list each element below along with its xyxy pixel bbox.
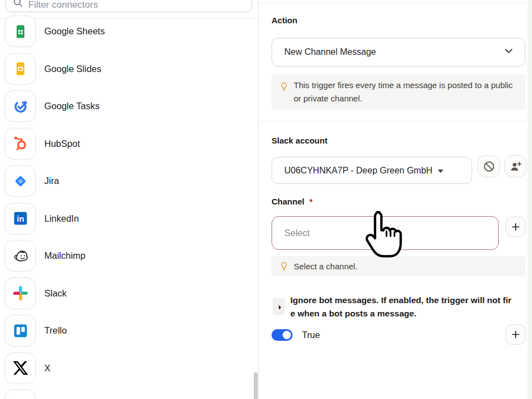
slack-account-value: U06CYHNKA7P - Deep Green GmbH [284,166,432,176]
slack-account-label: Slack account [272,136,328,145]
chevron-down-icon [504,46,514,58]
connector-row-linkedin[interactable]: in LinkedIn [0,200,259,238]
connector-label: Jira [44,176,59,186]
ignore-bot-line2: e when a bot posts a message. [290,307,511,320]
channel-label: Channel [272,197,304,206]
caret-down-icon [438,170,443,173]
required-marker: * [309,197,313,206]
lightbulb-icon [280,82,288,95]
channel-label-row: Channel * [272,197,313,206]
google-slides-icon [4,53,36,85]
svg-text:in: in [17,214,24,223]
ignore-bot-line1: Ignore bot messages. If enabled, the tri… [290,294,511,307]
toggle-value-label: True [302,329,320,341]
action-label: Action [272,16,298,25]
hubspot-icon [4,128,36,160]
panel-top-divider [259,3,527,3]
x-icon [4,352,36,384]
boolean-contrast-icon: ◑ [273,298,285,315]
action-tip: This trigger fires every time a message … [272,74,525,110]
action-tip-text: This trigger fires every time a message … [294,80,513,103]
connector-row-jira[interactable]: Jira [0,162,259,200]
connector-row-hubspot[interactable]: HubSpot [0,125,259,163]
connector-row-partial[interactable] [0,387,259,399]
person-plus-icon [509,160,522,173]
channel-tip: Select a channel. [272,256,525,277]
action-select[interactable]: New Channel Message [272,38,525,66]
filter-connectors-input[interactable]: Filter connectors [6,0,252,12]
lightbulb-icon [280,262,288,274]
channel-placeholder: Select [284,228,310,238]
ignore-bot-description: Ignore bot messages. If enabled, the tri… [290,294,511,320]
add-account-button[interactable] [504,155,526,177]
connector-row-mailchimp[interactable]: Mailchimp [0,237,259,275]
add-channel-mapping-button[interactable] [505,217,526,237]
filter-placeholder: Filter connectors [28,0,98,10]
linkedin-icon: in [4,203,36,234]
connector-row-google-slides[interactable]: Google Slides [0,50,259,88]
partial-icon-box [4,390,36,399]
connector-label: Google Slides [44,64,101,74]
connector-label: Slack [44,288,66,299]
disconnect-account-button[interactable] [478,155,500,177]
connector-label: Google Tasks [44,101,100,111]
connector-row-trello[interactable]: Trello [0,312,259,350]
slack-icon [4,278,36,309]
ignore-bot-toggle[interactable] [272,329,293,341]
connector-row-google-tasks[interactable]: Google Tasks [0,88,259,125]
connector-row-slack[interactable]: Slack [0,275,259,313]
connector-label: Google Sheets [44,26,105,37]
connector-list: Google Sheets Google Slides Google Tasks [0,13,259,399]
connector-label: X [44,363,50,374]
connector-sidebar: Filter connectors Google Sheets [0,0,259,399]
toggle-knob [283,331,291,339]
slack-account-select[interactable]: U06CYHNKA7P - Deep Green GmbH [272,157,472,184]
add-ignore-bot-mapping-button[interactable] [505,324,526,345]
channel-select[interactable]: Select [272,216,499,250]
mailchimp-icon [4,240,36,272]
connector-label: Mailchimp [44,250,85,261]
section-divider [259,121,527,121]
right-edge-strip [528,0,532,399]
connector-label: HubSpot [44,139,80,149]
google-tasks-icon [4,90,36,122]
sidebar-scrollbar[interactable] [254,372,258,399]
connector-row-x[interactable]: X [0,350,259,387]
connector-label: Trello [44,325,67,336]
action-value: New Channel Message [284,47,376,57]
channel-tip-text: Select a channel. [294,262,357,271]
plus-icon [511,330,520,339]
jira-icon [4,165,36,197]
connector-label: LinkedIn [44,213,79,224]
trello-icon [4,315,36,346]
trigger-config-panel: Action New Channel Message This trigger … [259,0,532,399]
ban-icon [483,160,495,173]
google-sheets-icon [4,16,36,47]
plus-icon [511,222,520,232]
search-icon [13,0,23,10]
connector-row-google-sheets[interactable]: Google Sheets [0,13,259,50]
